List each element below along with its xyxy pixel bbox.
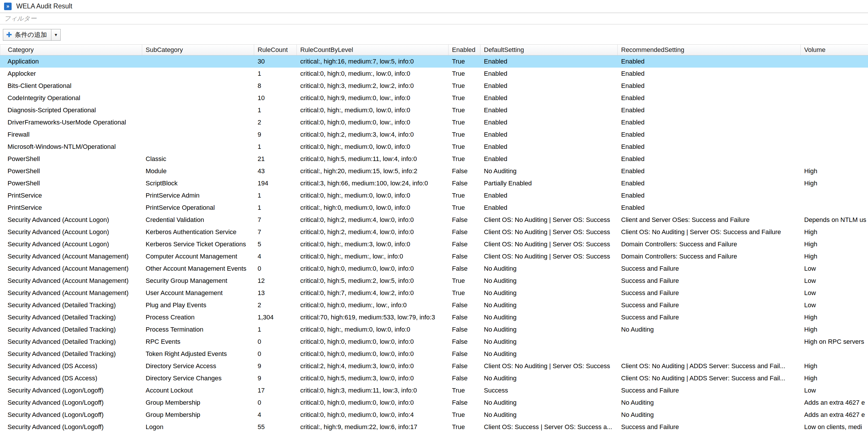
table-row[interactable]: Application30critical:, high:16, medium:… [0,55,868,68]
table-cell-volume [801,80,868,92]
table-row[interactable]: Security Advanced (Account Logon)Kerbero… [0,238,868,250]
table-cell-enabled: False [448,348,480,360]
table-cell-rulecount: 7 [254,226,297,238]
table-cell-recommendedsetting: Domain Controllers: Success and Failure [618,238,801,250]
table-cell-category: Firewall [0,128,142,141]
table-cell-rulecountbylevel: critical:70, high:619, medium:533, low:7… [297,311,448,323]
table-cell-volume: Low [801,275,868,287]
add-condition-button[interactable]: ✚ 条件の追加 ▼ [3,29,61,41]
table-row[interactable]: Diagnosis-Scripted Operational1critical:… [0,104,868,116]
table-row[interactable]: Security Advanced (DS Access)Directory S… [0,360,868,372]
table-cell-subcategory [142,141,254,153]
table-row[interactable]: DriverFrameworks-UserMode Operational2cr… [0,116,868,128]
table-cell-recommendedsetting: Enabled [618,80,801,92]
table-cell-category: PowerShell [0,153,142,165]
table-cell-category: Application [0,55,142,68]
wela-audit-window: » WELA Audit Result ✚ 条件の追加 ▼ CategorySu… [0,0,868,434]
table-row[interactable]: PowerShellClassic21critical:0, high:5, m… [0,153,868,165]
table-cell-rulecountbylevel: critical:0, high:0, medium:0, low:0, inf… [297,348,448,360]
table-row[interactable]: Security Advanced (Detailed Tracking)Tok… [0,348,868,360]
table-cell-rulecountbylevel: critical:0, high:0, medium:0, low:0, inf… [297,262,448,275]
table-row[interactable]: Security Advanced (Account Logon)Kerbero… [0,226,868,238]
table-row[interactable]: Applocker1critical:0, high:0, medium:, l… [0,68,868,80]
table-cell-category: Security Advanced (Detailed Tracking) [0,299,142,311]
table-cell-defaultsetting: No Auditing [480,409,618,421]
table-row[interactable]: Security Advanced (Logon/Logoff)Account … [0,384,868,397]
table-cell-category: Security Advanced (Detailed Tracking) [0,348,142,360]
table-cell-rulecount: 30 [254,55,297,68]
table-cell-volume: Depends on NTLM us [801,214,868,226]
table-cell-subcategory: RPC Events [142,336,254,348]
table-cell-defaultsetting: No Auditing [480,311,618,323]
table-cell-enabled: True [448,384,480,397]
table-cell-defaultsetting: Client OS: Success | Server OS: Success … [480,421,618,433]
table-row[interactable]: PowerShellModule43critical:, high:20, me… [0,165,868,177]
table-row[interactable]: Security Advanced (Logon/Logoff)Group Me… [0,397,868,409]
table-row[interactable]: Security Advanced (Account Management)Co… [0,250,868,262]
table-cell-recommendedsetting: Success and Failure [618,299,801,311]
table-row[interactable]: Security Advanced (Detailed Tracking)Pro… [0,323,868,336]
table-cell-defaultsetting: Partially Enabled [480,177,618,189]
table-cell-volume: Low on clients, medi [801,421,868,433]
table-row[interactable]: PrintServicePrintService Operational1cri… [0,202,868,214]
table-row[interactable]: Security Advanced (Account Management)Us… [0,287,868,299]
table-cell-rulecount: 1 [254,323,297,336]
table-row[interactable]: Firewall9critical:0, high:2, medium:3, l… [0,128,868,141]
table-cell-enabled: False [448,372,480,384]
column-header-volume[interactable]: Volume [801,45,868,55]
table-row[interactable]: Security Advanced (Detailed Tracking)Plu… [0,299,868,311]
add-condition-main[interactable]: ✚ 条件の追加 [3,29,51,40]
table-cell-category: CodeIntegrity Operational [0,92,142,104]
table-cell-defaultsetting: Success [480,384,618,397]
table-cell-category: Security Advanced (Account Logon) [0,238,142,250]
table-row[interactable]: Security Advanced (Account Logon)Credent… [0,214,868,226]
table-cell-defaultsetting: Enabled [480,141,618,153]
table-cell-subcategory: Logon [142,421,254,433]
column-header-category[interactable]: Category [0,45,142,55]
table-row[interactable]: Microsoft-Windows-NTLM/Operational1criti… [0,141,868,153]
table-row[interactable]: Security Advanced (Detailed Tracking)Pro… [0,311,868,323]
table-row[interactable]: PrintServicePrintService Admin1critical:… [0,189,868,202]
table-cell-rulecount: 0 [254,348,297,360]
table-row[interactable]: Security Advanced (DS Access)Directory S… [0,372,868,384]
column-header-rulecountbylevel[interactable]: RuleCountByLevel [297,45,448,55]
table-cell-enabled: False [448,299,480,311]
table-row[interactable]: Security Advanced (Account Management)Se… [0,275,868,287]
filter-input[interactable] [0,13,868,24]
table-cell-rulecount: 1 [254,68,297,80]
table-cell-subcategory: Classic [142,153,254,165]
table-cell-defaultsetting: Enabled [480,189,618,202]
table-row[interactable]: Security Advanced (Logon/Logoff)Group Me… [0,409,868,421]
table-cell-volume: Low [801,262,868,275]
table-row[interactable]: Security Advanced (Logon/Logoff)Logon55c… [0,421,868,433]
table-cell-category: Security Advanced (DS Access) [0,360,142,372]
table-cell-defaultsetting: Client OS: No Auditing | Server OS: Succ… [480,250,618,262]
table-cell-rulecount: 55 [254,421,297,433]
table-cell-rulecountbylevel: critical:0, high:0, medium:, low:0, info… [297,68,448,80]
table-cell-subcategory: Kerberos Service Ticket Operations [142,238,254,250]
table-cell-defaultsetting: No Auditing [480,287,618,299]
table-cell-volume: High [801,311,868,323]
table-row[interactable]: Bits-Client Operational8critical:0, high… [0,80,868,92]
table-row[interactable]: PowerShellScriptBlock194critical:3, high… [0,177,868,189]
table-cell-subcategory: Other Account Management Events [142,262,254,275]
table-cell-category: Security Advanced (Account Logon) [0,214,142,226]
add-condition-dropdown[interactable]: ▼ [51,29,61,40]
column-header-rulecount[interactable]: RuleCount [254,45,297,55]
table-cell-recommendedsetting [618,336,801,348]
table-cell-volume: High [801,238,868,250]
column-header-recommendedsetting[interactable]: RecommendedSetting [618,45,801,55]
table-cell-rulecountbylevel: critical:0, high:5, medium:11, low:4, in… [297,153,448,165]
column-header-subcategory[interactable]: SubCategory [142,45,254,55]
column-header-enabled[interactable]: Enabled [448,45,480,55]
table-cell-recommendedsetting: Success and Failure [618,311,801,323]
table-row[interactable]: Security Advanced (Detailed Tracking)RPC… [0,336,868,348]
table-cell-volume [801,92,868,104]
table-row[interactable]: Security Advanced (Account Management)Ot… [0,262,868,275]
column-header-defaultsetting[interactable]: DefaultSetting [480,45,618,55]
table-cell-defaultsetting: Client OS: No Auditing | Server OS: Succ… [480,214,618,226]
table-cell-rulecount: 17 [254,384,297,397]
table-cell-subcategory: PrintService Operational [142,202,254,214]
table-row[interactable]: CodeIntegrity Operational10critical:0, h… [0,92,868,104]
add-condition-label: 条件の追加 [15,30,47,39]
